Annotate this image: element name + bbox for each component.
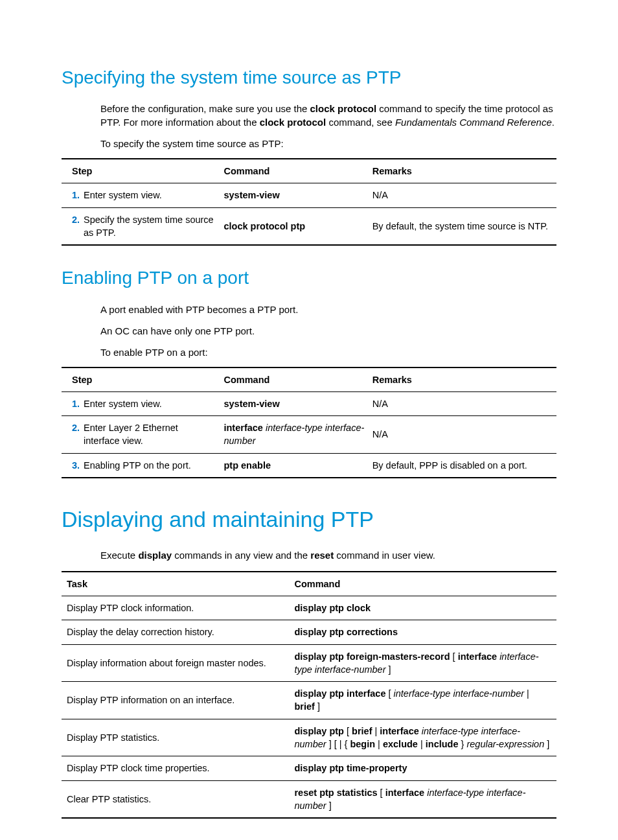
text-bold: reset bbox=[310, 550, 334, 561]
step-text: Specify the system time source as PTP. bbox=[84, 213, 216, 240]
col-command: Command bbox=[220, 159, 368, 183]
text-ital: Fundamentals Command Reference bbox=[395, 117, 552, 128]
table-row: Clear PTP statistics.reset ptp statistic… bbox=[62, 780, 556, 818]
table-row: Display PTP information on an interface.… bbox=[62, 682, 556, 719]
task-cell: Display information about foreign master… bbox=[62, 644, 289, 682]
col-command: Command bbox=[220, 368, 368, 392]
task-cell: Display PTP information on an interface. bbox=[62, 682, 289, 719]
col-remarks: Remarks bbox=[369, 159, 556, 183]
text: command in user view. bbox=[334, 550, 435, 561]
command-cell: display ptp [ brief | interface interfac… bbox=[289, 719, 556, 756]
command-cell: display ptp interface [ interface-type i… bbox=[289, 682, 556, 719]
text: Execute bbox=[100, 550, 138, 561]
remarks-cell: By default, PPP is disabled on a port. bbox=[369, 453, 556, 478]
step-number: 3. bbox=[65, 459, 84, 472]
heading-specify-time-source: Specifying the system time source as PTP bbox=[62, 65, 556, 90]
col-remarks: Remarks bbox=[369, 368, 556, 392]
table-row: Display PTP clock time properties.displa… bbox=[62, 756, 556, 780]
step-text: Enter system view. bbox=[84, 397, 216, 410]
remarks-cell: By default, the system time source is NT… bbox=[369, 207, 556, 245]
command-cell: system-view bbox=[220, 183, 368, 207]
heading-enable-ptp-port: Enabling PTP on a port bbox=[62, 265, 556, 290]
step-text: Enter Layer 2 Ethernet interface view. bbox=[84, 421, 216, 448]
para: To enable PTP on a port: bbox=[62, 345, 556, 359]
para: An OC can have only one PTP port. bbox=[62, 324, 556, 338]
table-row: 1.Enter system view.system-viewN/A bbox=[62, 391, 556, 415]
text: commands in any view and the bbox=[172, 550, 310, 561]
text-bold: clock protocol bbox=[260, 117, 326, 128]
table-display-maintain: Task Command Display PTP clock informati… bbox=[62, 571, 556, 819]
command-cell: clock protocol ptp bbox=[220, 207, 368, 245]
text: Before the configuration, make sure you … bbox=[100, 103, 310, 114]
table-row: Display information about foreign master… bbox=[62, 644, 556, 682]
step-text: Enter system view. bbox=[84, 189, 216, 202]
col-task: Task bbox=[62, 572, 289, 596]
table-row: 3.Enabling PTP on the port.ptp enableBy … bbox=[62, 453, 556, 478]
table-specify-time-source: Step Command Remarks 1.Enter system view… bbox=[62, 158, 556, 246]
task-cell: Display PTP clock information. bbox=[62, 596, 289, 620]
table-row: 1.Enter system view.system-viewN/A bbox=[62, 183, 556, 207]
step-number: 1. bbox=[65, 397, 84, 410]
command-cell: ptp enable bbox=[220, 453, 368, 478]
text: . bbox=[552, 117, 555, 128]
remarks-cell: N/A bbox=[369, 391, 556, 415]
table-row: 2.Enter Layer 2 Ethernet interface view.… bbox=[62, 416, 556, 454]
para: Execute display commands in any view and… bbox=[62, 548, 556, 562]
table-row: Display the delay correction history.dis… bbox=[62, 620, 556, 644]
task-cell: Clear PTP statistics. bbox=[62, 780, 289, 818]
col-command: Command bbox=[289, 572, 556, 596]
command-cell: reset ptp statistics [ interface interfa… bbox=[289, 780, 556, 818]
table-enable-ptp-port: Step Command Remarks 1.Enter system view… bbox=[62, 367, 556, 478]
task-cell: Display PTP statistics. bbox=[62, 719, 289, 756]
command-cell: display ptp time-property bbox=[289, 756, 556, 780]
table-row: Display PTP statistics.display ptp [ bri… bbox=[62, 719, 556, 756]
table-row: Display PTP clock information.display pt… bbox=[62, 596, 556, 620]
step-number: 2. bbox=[65, 213, 84, 226]
task-cell: Display the delay correction history. bbox=[62, 620, 289, 644]
heading-display-maintain-ptp: Displaying and maintaining PTP bbox=[62, 504, 556, 535]
command-cell: display ptp clock bbox=[289, 596, 556, 620]
command-cell: interface interface-type interface-numbe… bbox=[220, 416, 368, 454]
para-intro-2: To specify the system time source as PTP… bbox=[62, 137, 556, 150]
command-cell: display ptp corrections bbox=[289, 620, 556, 644]
page: Specifying the system time source as PTP… bbox=[0, 0, 618, 840]
step-number: 1. bbox=[65, 189, 84, 202]
command-cell: system-view bbox=[220, 391, 368, 415]
text: command, see bbox=[326, 117, 395, 128]
task-cell: Display PTP clock time properties. bbox=[62, 756, 289, 780]
remarks-cell: N/A bbox=[369, 183, 556, 207]
para: A port enabled with PTP becomes a PTP po… bbox=[62, 303, 556, 316]
col-step: Step bbox=[62, 159, 220, 183]
text-bold: display bbox=[138, 550, 172, 561]
table-row: 2.Specify the system time source as PTP.… bbox=[62, 207, 556, 245]
step-number: 2. bbox=[65, 421, 84, 434]
remarks-cell: N/A bbox=[369, 416, 556, 454]
text-bold: clock protocol bbox=[310, 103, 377, 114]
para-intro-1: Before the configuration, make sure you … bbox=[62, 102, 556, 129]
command-cell: display ptp foreign-masters-record [ int… bbox=[289, 644, 556, 682]
col-step: Step bbox=[62, 368, 220, 392]
step-text: Enabling PTP on the port. bbox=[84, 459, 216, 472]
